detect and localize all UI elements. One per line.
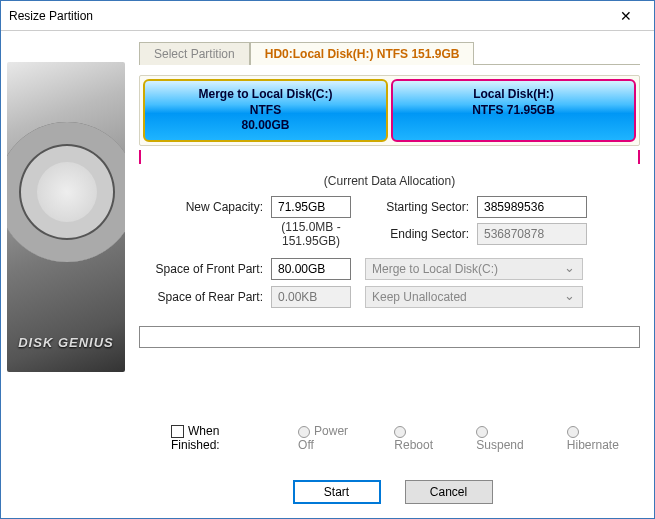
radio-poweroff[interactable]: Power Off: [298, 424, 366, 452]
cancel-button[interactable]: Cancel: [405, 480, 493, 504]
input-space-front[interactable]: [271, 258, 351, 280]
select-rear-action[interactable]: Keep Unallocated: [365, 286, 583, 308]
window-title: Resize Partition: [9, 9, 606, 23]
input-ending-sector: [477, 223, 587, 245]
label-space-front: Space of Front Part:: [139, 262, 271, 276]
label-space-rear: Space of Rear Part:: [139, 290, 271, 304]
close-icon[interactable]: ✕: [606, 2, 646, 30]
tab-select-partition[interactable]: Select Partition: [139, 42, 250, 65]
input-new-capacity[interactable]: [271, 196, 351, 218]
when-finished-row: When Finished: Power Off Reboot Suspend …: [171, 424, 634, 452]
side-panel: DISK GENIUS: [1, 31, 131, 518]
tab-current-disk[interactable]: HD0:Local Disk(H:) NTFS 151.9GB: [250, 42, 475, 65]
value-range: (115.0MB - 151.95GB): [271, 220, 351, 248]
partition-map[interactable]: Merge to Local Disk(C:) NTFS 80.00GB Loc…: [139, 75, 640, 146]
partition-merge-c-title: Merge to Local Disk(C:): [149, 87, 382, 103]
titlebar: Resize Partition ✕: [1, 1, 654, 31]
tab-bar: Select Partition HD0:Local Disk(H:) NTFS…: [139, 41, 640, 65]
partition-local-h-size: NTFS 71.95GB: [397, 103, 630, 119]
disk-illustration: DISK GENIUS: [7, 62, 125, 372]
partition-merge-c-size: 80.00GB: [149, 118, 382, 134]
progress-bar: [139, 326, 640, 348]
radio-reboot[interactable]: Reboot: [394, 424, 448, 452]
input-starting-sector[interactable]: [477, 196, 587, 218]
checkbox-when-finished[interactable]: When Finished:: [171, 424, 270, 452]
partition-local-h-title: Local Disk(H:): [397, 87, 630, 103]
brand-label: DISK GENIUS: [7, 335, 125, 350]
select-front-action[interactable]: Merge to Local Disk(C:): [365, 258, 583, 280]
allocation-label: (Current Data Allocation): [139, 174, 640, 188]
label-starting-sector: Starting Sector:: [369, 200, 477, 214]
label-ending-sector: Ending Sector:: [369, 227, 477, 241]
partition-merge-c[interactable]: Merge to Local Disk(C:) NTFS 80.00GB: [143, 79, 388, 142]
radio-suspend[interactable]: Suspend: [476, 424, 539, 452]
partition-local-h[interactable]: Local Disk(H:) NTFS 71.95GB: [391, 79, 636, 142]
start-button[interactable]: Start: [293, 480, 381, 504]
label-new-capacity: New Capacity:: [139, 200, 271, 214]
partition-merge-c-fs: NTFS: [149, 103, 382, 119]
resize-handle-bar[interactable]: [139, 150, 640, 164]
radio-hibernate[interactable]: Hibernate: [567, 424, 634, 452]
input-space-rear: [271, 286, 351, 308]
